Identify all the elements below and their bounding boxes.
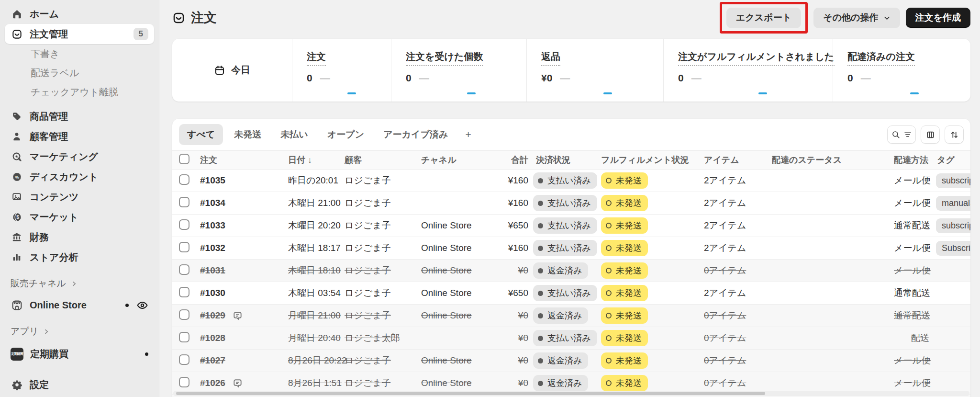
row-checkbox[interactable] [179, 377, 200, 390]
col-order: 注文 [200, 154, 288, 166]
sidebar-item-label: ホーム [30, 8, 59, 21]
table-row[interactable]: #1028月曜日 20:40ロジごま太郎¥0支払い済み未発送0アイテム配送 [172, 327, 970, 350]
add-view-button[interactable]: + [459, 125, 477, 145]
page-title: 注文 [191, 9, 217, 26]
sidebar-item-online-store[interactable]: Online Store [5, 295, 154, 315]
search-icon [891, 130, 900, 139]
table-header: 注文 日付 ↓ 顧客 チャネル 合計 決済状況 フルフィルメント状況 アイテム … [172, 150, 970, 170]
sidebar-item-settings[interactable]: 設定 [5, 374, 154, 395]
apps-header[interactable]: アプリ [0, 323, 159, 340]
globe-dollar-icon: $ [11, 211, 23, 223]
order-date: 木曜日 18:10 [288, 264, 345, 277]
sidebar-item-home[interactable]: ホーム [5, 4, 154, 24]
order-items: 0アイテム [704, 264, 772, 277]
row-checkbox[interactable] [179, 264, 200, 277]
order-customer: ロジごま子 [345, 354, 421, 367]
col-channel: チャネル [421, 154, 493, 166]
search-filter-button[interactable] [887, 125, 916, 144]
sidebar-item-abandoned-checkouts[interactable]: チェックアウト離脱 [0, 82, 159, 102]
sidebar-item-orders[interactable]: 注文管理 5 [5, 24, 154, 44]
tab-unpaid[interactable]: 未払い [272, 124, 316, 145]
sidebar-item-subscription-app[interactable]: 定期購買 定期購買 [5, 344, 154, 364]
order-channel: Online Store [421, 220, 493, 231]
order-customer: ロジごま子 [345, 197, 421, 209]
order-total: ¥160 [493, 175, 529, 186]
scrollbar-thumb[interactable] [176, 392, 765, 395]
table-row[interactable]: #1035昨日の20:01ロジごま子¥160支払い済み未発送2アイテムメール便s… [172, 170, 970, 192]
order-date: 8月26日 20:22 [288, 354, 345, 367]
table-row[interactable]: #1031木曜日 18:10ロジごま子Online Store¥0返金済み未発送… [172, 260, 970, 282]
sidebar-item-discounts[interactable]: % ディスカウント [5, 167, 154, 187]
note-icon [232, 378, 243, 389]
metric-returns[interactable]: 返品 ¥0— [526, 39, 663, 102]
row-checkbox[interactable] [179, 174, 200, 187]
sidebar-item-content[interactable]: コンテンツ [5, 187, 154, 207]
table-row[interactable]: #10278月26日 20:22ロジごま子Online Store¥0返金済み未… [172, 350, 970, 372]
svg-text:%: % [15, 174, 19, 179]
metric-fulfilled-orders[interactable]: 注文がフルフィルメントされました 0— [663, 39, 833, 102]
note-icon [232, 310, 243, 321]
sidebar-item-markets[interactable]: $ マーケット [5, 207, 154, 227]
row-checkbox[interactable] [179, 242, 200, 255]
row-checkbox[interactable] [179, 287, 200, 300]
metric-delivered-orders[interactable]: 配達済みの注文 0— [833, 39, 970, 102]
table-row[interactable]: #1032木曜日 18:17ロジごま子Online Store¥160支払い済み… [172, 237, 970, 260]
export-button[interactable]: エクスポート [726, 8, 801, 28]
order-items: 0アイテム [704, 354, 772, 367]
order-items: 2アイテム [704, 197, 772, 209]
create-order-button[interactable]: 注文を作成 [906, 8, 970, 28]
sales-channels-header[interactable]: 販売チャネル [0, 275, 159, 292]
order-total: ¥650 [493, 288, 529, 298]
table-row[interactable]: #1034木曜日 21:00ロジごま子¥160支払い済み未発送2アイテムメール便… [172, 192, 970, 215]
gear-icon [11, 378, 23, 391]
row-checkbox[interactable] [179, 219, 200, 232]
horizontal-scrollbar[interactable] [173, 391, 969, 396]
select-all-checkbox[interactable] [179, 154, 189, 164]
order-date: 8月26日 1:51 [288, 377, 345, 389]
eye-icon[interactable] [136, 299, 148, 311]
row-checkbox[interactable] [179, 332, 200, 345]
row-checkbox[interactable] [179, 354, 200, 367]
tab-archived[interactable]: アーカイブ済み [375, 124, 456, 145]
table-row[interactable]: #1030木曜日 03:54ロジごま子Online Store¥650支払い済み… [172, 282, 970, 305]
orders-table-card: すべて 未発送 未払い オープン アーカイブ済み + [172, 119, 970, 397]
metric-value: 0 [406, 72, 412, 84]
order-total: ¥0 [493, 378, 529, 388]
payment-status-badge: 支払い済み [529, 217, 601, 234]
sidebar-item-marketing[interactable]: マーケティング [5, 147, 154, 167]
sidebar-item-products[interactable]: 商品管理 [5, 106, 154, 126]
date-range-selector[interactable]: 今日 [172, 39, 292, 102]
sidebar-item-analytics[interactable]: ストア分析 [5, 247, 154, 267]
table-row[interactable]: #1029月曜日 21:00ロジごま子Online Store¥0返金済み未発送… [172, 305, 970, 327]
delivery-method: 通常配送 [894, 287, 930, 299]
sidebar-item-customers[interactable]: 顧客管理 [5, 126, 154, 147]
sort-button[interactable] [945, 125, 964, 144]
tab-open[interactable]: オープン [319, 124, 372, 145]
tab-unfulfilled[interactable]: 未発送 [226, 124, 269, 145]
row-checkbox[interactable] [179, 197, 200, 210]
metric-orders[interactable]: 注文 0— [292, 39, 391, 102]
order-number: #1026 [200, 378, 288, 389]
table-row[interactable]: #1033木曜日 20:20ロジごま子Online Store¥650支払い済み… [172, 215, 970, 237]
tab-all[interactable]: すべて [179, 124, 223, 145]
payment-status-badge: 返金済み [529, 375, 601, 391]
order-number: #1032 [200, 243, 288, 253]
sidebar-item-label: 注文管理 [30, 28, 68, 41]
payment-status-badge: 支払い済み [529, 330, 601, 346]
more-actions-button[interactable]: その他の操作 [813, 8, 900, 28]
order-items: 0アイテム [704, 309, 772, 322]
sidebar-item-shipping-labels[interactable]: 配送ラベル [0, 63, 159, 82]
metric-ordered-items[interactable]: 注文を受けた個数 0— [391, 39, 526, 102]
col-date[interactable]: 日付 ↓ [288, 154, 345, 166]
columns-button[interactable] [921, 125, 940, 144]
row-checkbox[interactable] [179, 309, 200, 322]
delivery-method: メール便 [894, 242, 930, 254]
delivery-method: メール便 [894, 264, 930, 277]
order-total: ¥0 [493, 355, 529, 366]
sidebar-item-finance[interactable]: 財務 [5, 227, 154, 247]
sidebar-item-drafts[interactable]: 下書き [0, 44, 159, 63]
svg-text:$: $ [16, 215, 19, 220]
payment-status-badge: 返金済み [529, 262, 601, 279]
order-channel: Online Store [421, 243, 493, 253]
order-total: ¥160 [493, 198, 529, 208]
